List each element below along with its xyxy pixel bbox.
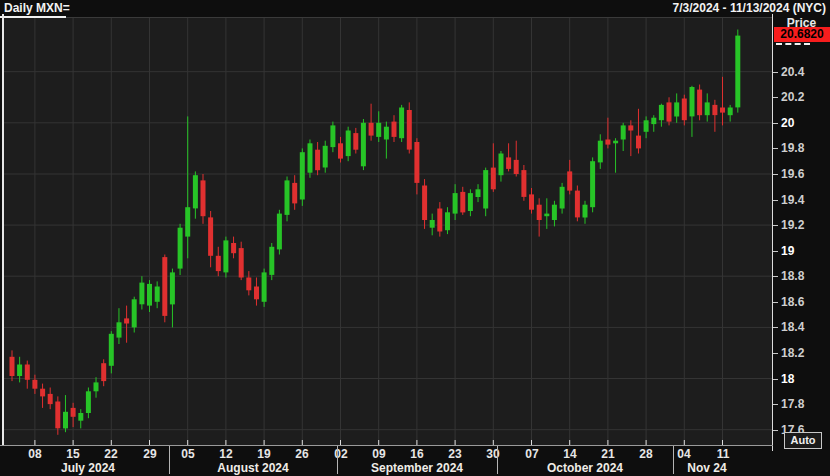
candle-body <box>338 143 343 158</box>
candle-body <box>414 142 419 183</box>
candle-body <box>384 127 389 140</box>
candle-body <box>323 146 328 168</box>
date-tick-label: 11 <box>717 447 730 461</box>
candle-body <box>361 123 366 167</box>
candle-body <box>720 108 725 113</box>
month-separator <box>169 446 170 474</box>
price-tick-mark <box>773 379 778 380</box>
candle-body <box>690 87 695 116</box>
date-tick-label: 16 <box>410 447 423 461</box>
price-tick-label: 19.2 <box>781 219 804 231</box>
date-tick-label: 23 <box>448 447 461 461</box>
date-tick-label: 21 <box>601 447 614 461</box>
date-tick-label: 08 <box>28 447 41 461</box>
price-tick-label: 20.2 <box>781 91 804 103</box>
candle-body <box>529 194 534 209</box>
last-price-badge: 20.6820 <box>774 27 830 42</box>
price-tick-label: 18 <box>781 373 794 385</box>
month-label: August 2024 <box>217 461 288 475</box>
price-tick-mark <box>773 200 778 201</box>
candle-body <box>10 357 15 376</box>
date-tick-label: 19 <box>257 447 270 461</box>
plot-area[interactable] <box>4 18 772 445</box>
candle-body <box>71 408 76 417</box>
candle-body <box>552 205 557 220</box>
date-tick-label: 14 <box>563 447 576 461</box>
candle-body <box>613 141 618 144</box>
candle-body <box>705 102 710 115</box>
candle-body <box>499 154 504 176</box>
candle-body <box>231 243 236 253</box>
date-axis[interactable]: 08152229051219260209162330071421280411Ju… <box>0 446 830 476</box>
candle-body <box>277 214 282 250</box>
candle-body <box>101 363 106 381</box>
price-tick-mark <box>773 251 778 252</box>
candle-body <box>124 318 129 323</box>
candle-body <box>292 183 297 204</box>
candle-body <box>353 133 358 150</box>
price-tick-mark <box>773 123 778 124</box>
price-tick-mark <box>773 276 778 277</box>
candle-body <box>155 287 160 302</box>
price-tick-label: 18.4 <box>781 321 804 333</box>
chart-title-bar: Daily MXN= 7/3/2024 - 11/13/2024 (NYC) <box>0 0 830 17</box>
candle-body <box>94 382 99 391</box>
candle-body <box>223 240 228 272</box>
last-price-dash <box>776 43 810 45</box>
candle-body <box>567 171 572 190</box>
candle-body <box>162 257 167 316</box>
candle-body <box>185 207 190 236</box>
candle-body <box>445 212 450 230</box>
candlestick-chart <box>4 18 772 445</box>
candle-body <box>407 110 412 150</box>
candle-body <box>117 322 122 337</box>
price-axis[interactable]: Price 20.6820 20.420.22019.819.619.419.2… <box>773 0 830 476</box>
candle-body <box>514 160 519 174</box>
candle-body <box>40 389 45 397</box>
price-tick-mark <box>773 174 778 175</box>
candle-body <box>621 125 626 139</box>
date-tick-label: 09 <box>372 447 385 461</box>
candle-body <box>63 412 68 429</box>
candle-body <box>598 141 603 163</box>
candle-body <box>269 247 274 275</box>
candle-body <box>55 402 60 429</box>
candle-body <box>147 284 152 306</box>
price-tick-mark <box>773 430 778 431</box>
candle-body <box>25 365 30 380</box>
price-tick-label: 17.8 <box>781 398 804 410</box>
candle-body <box>560 187 565 209</box>
candle-body <box>628 125 633 130</box>
date-tick-label: 28 <box>639 447 652 461</box>
candle-body <box>262 272 267 301</box>
candle-body <box>575 191 580 218</box>
month-label: July 2024 <box>61 461 115 475</box>
price-tick-label: 18.8 <box>781 270 804 282</box>
candle-body <box>659 105 664 120</box>
candle-body <box>239 248 244 277</box>
candle-body <box>86 391 91 413</box>
price-tick-mark <box>773 97 778 98</box>
chart-title: Daily MXN= <box>4 1 70 15</box>
candle-body <box>132 299 137 327</box>
price-tick-mark <box>773 72 778 73</box>
date-tick-label: 12 <box>219 447 232 461</box>
candle-body <box>728 108 733 116</box>
price-tick-label: 20.4 <box>781 66 804 78</box>
price-tick-label: 19.6 <box>781 168 804 180</box>
candle-body <box>430 220 435 228</box>
month-label: Nov 24 <box>687 461 726 475</box>
candle-body <box>651 118 656 124</box>
candle-body <box>605 140 610 145</box>
price-tick-label: 19.4 <box>781 194 804 206</box>
candle-body <box>246 278 251 291</box>
candle-body <box>437 209 442 232</box>
candle-body <box>376 123 381 137</box>
candle-body <box>201 180 206 216</box>
month-separator <box>337 446 338 474</box>
candle-body <box>399 108 404 139</box>
candle-body <box>644 120 649 132</box>
price-tick-label: 19 <box>781 245 794 257</box>
candle-body <box>590 161 595 207</box>
price-tick-label: 19.8 <box>781 142 804 154</box>
